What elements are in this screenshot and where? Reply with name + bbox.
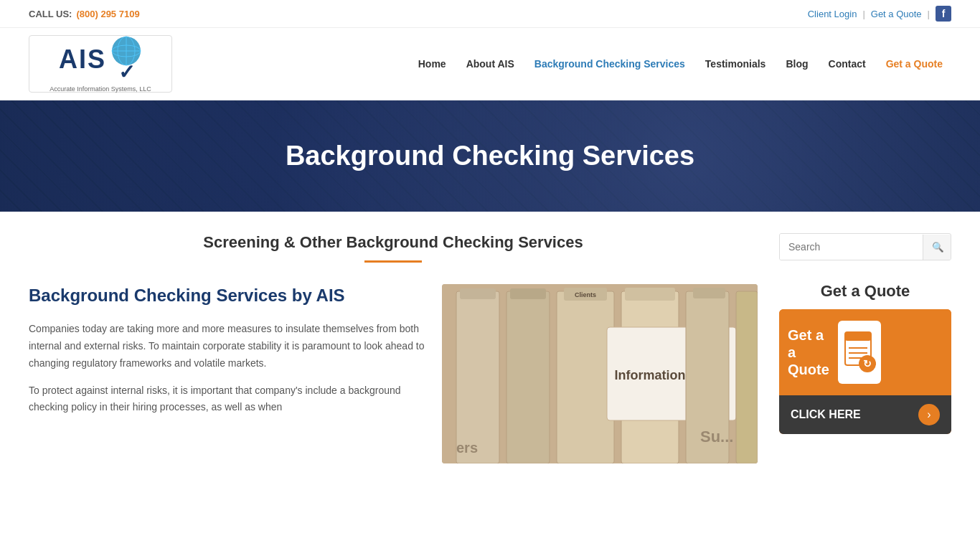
client-login-link[interactable]: Client Login	[808, 9, 857, 19]
quote-text-block: Get a a Quote	[788, 321, 829, 384]
top-bar: CALL US: (800) 295 7109 Client Login | G…	[0, 0, 980, 28]
quote-sidebar-title: Get a Quote	[779, 282, 951, 301]
search-icon: 🔍	[932, 242, 944, 253]
top-bar-left: CALL US: (800) 295 7109	[29, 9, 140, 19]
quote-get-text: Get a	[788, 326, 824, 344]
svg-rect-6	[456, 291, 499, 463]
svg-rect-23	[845, 332, 871, 341]
nav-testimonials[interactable]: Testimonials	[697, 52, 775, 75]
quote-banner-inner: Get a a Quote ↻	[779, 309, 951, 395]
article-body: Background Checking Services by AIS Comp…	[29, 284, 758, 463]
svg-text:Information: Information	[615, 368, 686, 382]
svg-rect-9	[510, 288, 546, 299]
article-para-1: Companies today are taking more and more…	[29, 321, 428, 372]
click-here-text: CLICK HERE	[791, 408, 861, 421]
file-image: Clients Information Su... ers	[442, 284, 758, 463]
hero-title: Background Checking Services	[286, 141, 694, 171]
nav-home[interactable]: Home	[410, 52, 455, 75]
search-button[interactable]: 🔍	[923, 235, 951, 260]
logo-subtitle: Accurate Information Systems, LLC	[50, 85, 151, 93]
logo-box: AIS ✓ Accurate Information Systems,	[29, 35, 172, 93]
svg-text:Clients: Clients	[575, 291, 596, 298]
search-input[interactable]	[780, 234, 923, 260]
nav-about[interactable]: About AIS	[458, 52, 523, 75]
svg-rect-7	[460, 288, 496, 299]
svg-rect-19	[736, 291, 758, 463]
section-heading: Screening & Other Background Checking Se…	[29, 233, 758, 252]
logo-inner: AIS ✓	[59, 36, 142, 84]
quote-doc-icon: ↻	[838, 321, 881, 384]
nav-blog[interactable]: Blog	[777, 52, 816, 75]
quote-banner[interactable]: Get a a Quote ↻	[779, 309, 951, 434]
get-quote-toplink[interactable]: Get a Quote	[871, 9, 922, 19]
svg-rect-8	[507, 291, 550, 463]
quote-quote-text: Quote	[788, 361, 829, 378]
content-area: Screening & Other Background Checking Se…	[29, 233, 758, 463]
header: AIS ✓ Accurate Information Systems,	[0, 28, 980, 100]
svg-text:ers: ers	[456, 440, 478, 456]
top-bar-right: Client Login | Get a Quote | f	[808, 6, 951, 22]
logo-area: AIS ✓ Accurate Information Systems,	[29, 35, 172, 93]
quote-section: Get a Quote Get a a Quote	[779, 282, 951, 434]
file-folders-image: Clients Information Su... ers	[442, 284, 758, 463]
globe-icon	[110, 36, 142, 66]
separator: |	[862, 9, 864, 19]
arrow-circle-icon: ›	[918, 404, 940, 425]
nav-services[interactable]: Background Checking Services	[526, 52, 694, 75]
sidebar: 🔍 Get a Quote Get a a Quote	[779, 233, 951, 463]
main-nav: Home About AIS Background Checking Servi…	[410, 52, 951, 75]
section-divider	[364, 260, 422, 263]
quote-click-bar[interactable]: CLICK HERE ›	[779, 395, 951, 434]
main-content: Screening & Other Background Checking Se…	[0, 212, 980, 485]
nav-contact[interactable]: Contact	[820, 52, 875, 75]
facebook-icon[interactable]: f	[936, 6, 951, 22]
document-icon: ↻	[842, 331, 877, 374]
svg-text:↻: ↻	[863, 358, 872, 369]
nav-get-quote[interactable]: Get a Quote	[877, 52, 951, 75]
article-para-2: To protect against internal risks, it is…	[29, 382, 428, 417]
logo-text: AIS	[59, 44, 106, 75]
search-box: 🔍	[779, 233, 951, 260]
phone-link[interactable]: (800) 295 7109	[76, 9, 139, 19]
hero-section: Background Checking Services	[0, 100, 980, 212]
svg-rect-18	[693, 288, 725, 298]
svg-rect-10	[557, 291, 614, 463]
svg-text:Su...: Su...	[700, 428, 733, 446]
svg-rect-14	[625, 288, 675, 301]
article-text: Background Checking Services by AIS Comp…	[29, 284, 428, 426]
quote-a-text: a	[788, 344, 796, 361]
article-title: Background Checking Services by AIS	[29, 284, 428, 306]
separator2: |	[928, 9, 930, 19]
call-label: CALL US:	[29, 9, 72, 19]
